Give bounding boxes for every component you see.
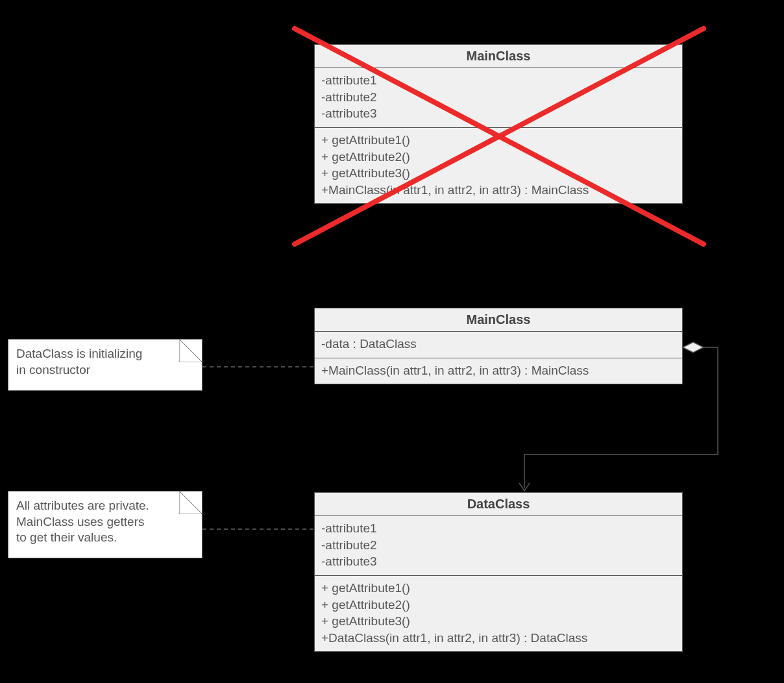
attr: -attribute1 <box>321 520 676 537</box>
svg-marker-2 <box>179 339 202 362</box>
attr: -attribute2 <box>321 537 676 554</box>
class-title: MainClass <box>315 308 682 332</box>
note-line: MainClass uses getters <box>16 514 194 530</box>
uml-class-dataclass: DataClass -attribute1 -attribute2 -attri… <box>314 492 683 652</box>
note-fold-icon <box>179 491 202 514</box>
class-attributes: -data : DataClass <box>315 332 682 358</box>
class-attributes: -attribute1 -attribute2 -attribute3 <box>315 516 682 576</box>
method: + getAttribute1() <box>321 132 676 149</box>
note-line: in constructor <box>16 362 194 379</box>
attr: -attribute3 <box>321 105 676 122</box>
method: + getAttribute3() <box>321 165 676 182</box>
method: +DataClass(in attr1, in attr2, in attr3)… <box>321 630 676 647</box>
arrowhead-icon <box>519 483 530 491</box>
uml-class-mainclass-middle: MainClass -data : DataClass +MainClass(i… <box>314 308 683 384</box>
method: + getAttribute1() <box>321 580 676 597</box>
class-title: DataClass <box>315 493 682 516</box>
method: +MainClass(in attr1, in attr2, in attr3)… <box>321 362 676 379</box>
uml-note-private: All attributes are private. MainClass us… <box>8 491 202 558</box>
class-methods: +MainClass(in attr1, in attr2, in attr3)… <box>315 358 682 384</box>
note-line: DataClass is initializing <box>16 346 194 362</box>
attr: -data : DataClass <box>321 336 676 353</box>
uml-note-constructor: DataClass is initializing in constructor <box>8 339 202 391</box>
method: + getAttribute2() <box>321 149 676 166</box>
class-methods: + getAttribute1() + getAttribute2() + ge… <box>315 576 682 652</box>
attr: -attribute2 <box>321 89 676 106</box>
svg-marker-3 <box>179 491 202 514</box>
aggregation-diamond-icon <box>683 342 704 353</box>
uml-canvas: MainClass -attribute1 -attribute2 -attri… <box>0 0 784 683</box>
method: +MainClass(in attr1, in attr2, in attr3)… <box>321 182 676 199</box>
class-methods: + getAttribute1() + getAttribute2() + ge… <box>315 128 682 204</box>
svg-marker-6 <box>683 342 704 353</box>
attr: -attribute1 <box>321 72 676 89</box>
method: + getAttribute3() <box>321 613 676 630</box>
class-attributes: -attribute1 -attribute2 -attribute3 <box>315 68 682 128</box>
note-fold-icon <box>179 339 202 362</box>
note-line: to get their values. <box>16 530 194 546</box>
method: + getAttribute2() <box>321 597 676 614</box>
attr: -attribute3 <box>321 553 676 570</box>
note-line: All attributes are private. <box>16 498 194 514</box>
class-title: MainClass <box>315 45 682 68</box>
uml-class-mainclass-top: MainClass -attribute1 -attribute2 -attri… <box>314 44 683 204</box>
